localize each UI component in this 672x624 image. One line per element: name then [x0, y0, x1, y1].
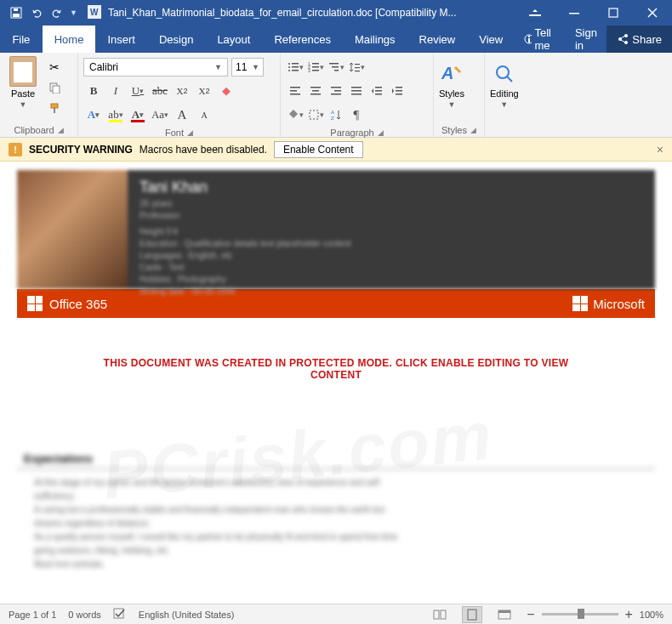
quick-access-toolbar: ▼: [0, 5, 77, 20]
page-indicator[interactable]: Page 1 of 1: [9, 610, 56, 620]
svg-rect-51: [396, 87, 402, 88]
document-area[interactable]: PCrisk.com Tani Khan 26 years Profession…: [0, 162, 672, 604]
eraser-icon[interactable]: ◆: [216, 82, 236, 100]
svg-rect-25: [312, 63, 319, 65]
svg-rect-42: [331, 87, 341, 88]
minimize-button[interactable]: [555, 0, 594, 26]
svg-rect-52: [396, 90, 402, 92]
superscript-button[interactable]: X2: [194, 82, 214, 100]
subscript-button[interactable]: X2: [172, 82, 192, 100]
protected-line2: CONTENT: [34, 369, 638, 381]
zoom-out-button[interactable]: −: [527, 607, 534, 622]
font-name-select[interactable]: Calibri▼: [83, 58, 228, 77]
tab-references[interactable]: References: [262, 26, 342, 53]
cut-icon[interactable]: ✂: [46, 60, 63, 75]
ribbon-options-icon[interactable]: [515, 0, 555, 26]
format-painter-icon[interactable]: [46, 100, 63, 116]
tab-home[interactable]: Home: [43, 26, 96, 53]
strikethrough-button[interactable]: abc: [150, 82, 170, 100]
window-controls: [515, 0, 672, 26]
sign-in[interactable]: Sign in: [567, 26, 607, 53]
shrink-font-button[interactable]: A: [194, 105, 214, 124]
styles-icon: A: [439, 61, 464, 87]
word-count[interactable]: 0 words: [68, 610, 101, 620]
paragraph-group: ▾ 123▾ ▾ ▾ ▾ ▾ AZ ¶: [281, 53, 434, 137]
change-case-button[interactable]: Aa▾: [150, 105, 170, 124]
save-icon[interactable]: [9, 5, 24, 20]
justify-button[interactable]: [347, 82, 366, 100]
tab-layout[interactable]: Layout: [205, 26, 262, 53]
tab-mailings[interactable]: Mailings: [343, 26, 407, 53]
tab-view[interactable]: View: [467, 26, 515, 53]
svg-text:3: 3: [308, 68, 310, 73]
zoom-level[interactable]: 100%: [640, 610, 663, 620]
line-spacing-button[interactable]: ▾: [347, 58, 366, 77]
zoom-slider[interactable]: [542, 613, 618, 615]
svg-rect-2: [14, 9, 18, 11]
file-tab[interactable]: File: [0, 26, 43, 53]
warning-close-icon[interactable]: ×: [657, 143, 663, 156]
svg-rect-35: [355, 71, 360, 71]
print-layout-icon[interactable]: [462, 606, 482, 623]
editing-button[interactable]: Editing ▼: [490, 56, 519, 123]
font-launcher-icon[interactable]: ◢: [187, 128, 193, 137]
font-color-button[interactable]: A▾: [128, 105, 148, 124]
grow-font-button[interactable]: A: [172, 105, 192, 124]
tab-design[interactable]: Design: [147, 26, 205, 53]
align-right-button[interactable]: [327, 82, 345, 100]
redo-icon[interactable]: [49, 5, 65, 20]
enable-content-button[interactable]: Enable Content: [274, 141, 363, 158]
biodata-photo: [17, 170, 128, 289]
paragraph-launcher-icon[interactable]: ◢: [378, 128, 384, 137]
text-effects-button[interactable]: A▾: [83, 105, 104, 124]
font-name-value: Calibri: [89, 61, 118, 73]
numbering-button[interactable]: 123▾: [306, 58, 325, 77]
window-title: Tani_Khan_Matrimonial_biodata_for_email_…: [108, 7, 457, 19]
italic-button[interactable]: I: [105, 82, 126, 100]
zoom-in-button[interactable]: +: [625, 607, 633, 622]
svg-rect-43: [334, 90, 341, 92]
undo-icon[interactable]: [29, 5, 44, 20]
svg-rect-46: [351, 90, 362, 92]
read-mode-icon[interactable]: [430, 606, 450, 623]
highlight-button[interactable]: ab▾: [105, 105, 126, 124]
paste-button[interactable]: Paste ▼: [5, 56, 41, 123]
svg-rect-30: [329, 63, 339, 65]
svg-rect-50: [375, 94, 382, 95]
borders-button[interactable]: ▾: [306, 105, 325, 124]
web-layout-icon[interactable]: [494, 606, 515, 623]
underline-button[interactable]: U ▾: [128, 82, 148, 100]
align-left-button[interactable]: [286, 82, 305, 100]
language-indicator[interactable]: English (United States): [139, 610, 235, 620]
align-center-button[interactable]: [306, 82, 325, 100]
clipboard-launcher-icon[interactable]: ◢: [58, 126, 64, 134]
sort-button[interactable]: AZ: [327, 105, 345, 124]
font-size-select[interactable]: 11▼: [231, 58, 264, 77]
paste-label: Paste: [11, 88, 35, 99]
increase-indent-button[interactable]: [388, 82, 407, 100]
maximize-button[interactable]: [594, 0, 633, 26]
multilevel-list-button[interactable]: ▾: [327, 58, 345, 77]
share-button[interactable]: Share: [607, 26, 672, 53]
shading-button[interactable]: ▾: [286, 105, 305, 124]
svg-rect-44: [331, 94, 341, 95]
svg-rect-54: [310, 111, 318, 119]
show-marks-button[interactable]: ¶: [347, 105, 366, 124]
svg-rect-39: [310, 87, 321, 88]
styles-launcher-icon[interactable]: ◢: [470, 126, 476, 134]
bullets-button[interactable]: ▾: [286, 58, 305, 77]
svg-rect-61: [441, 610, 446, 619]
tab-review[interactable]: Review: [407, 26, 468, 53]
warning-title: SECURITY WARNING: [29, 144, 133, 156]
styles-button[interactable]: A Styles ▼: [439, 56, 464, 123]
decrease-indent-button[interactable]: [367, 82, 386, 100]
tab-insert[interactable]: Insert: [95, 26, 147, 53]
svg-rect-10: [528, 38, 530, 43]
paste-icon: [9, 56, 37, 87]
tell-me[interactable]: Tell me: [515, 26, 567, 53]
spellcheck-icon[interactable]: [113, 608, 127, 621]
copy-icon[interactable]: [46, 80, 63, 95]
bold-button[interactable]: B: [83, 82, 104, 100]
close-button[interactable]: [633, 0, 672, 26]
status-bar: Page 1 of 1 0 words English (United Stat…: [0, 604, 672, 624]
